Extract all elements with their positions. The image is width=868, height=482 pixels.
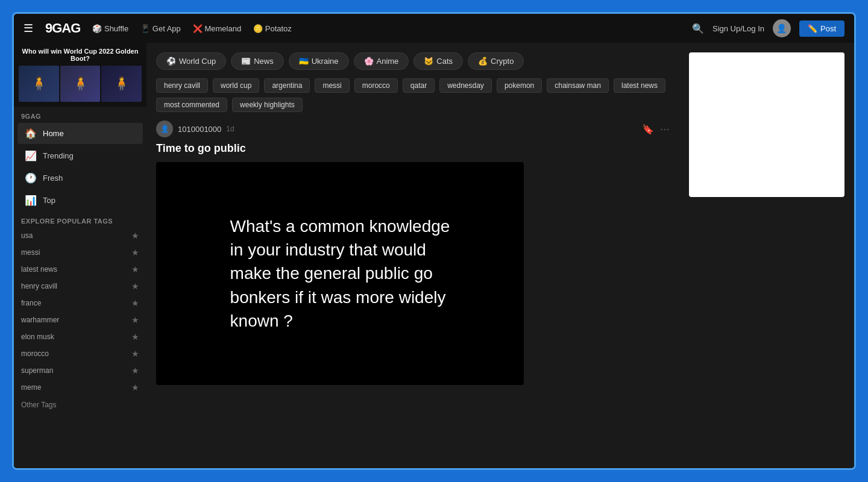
- advertisement: [689, 52, 844, 197]
- cat-tab-world-cup[interactable]: ⚽ World Cup: [156, 52, 226, 70]
- content-area: ⚽ World Cup 📰 News 🇺🇦 Ukraine 🌸 Anime 🐱: [146, 43, 679, 468]
- category-tabs: ⚽ World Cup 📰 News 🇺🇦 Ukraine 🌸 Anime 🐱: [156, 52, 670, 70]
- tag-pills: henry cavill world cup argentina messi m…: [156, 78, 670, 112]
- banner-image-3: 🧍: [101, 66, 142, 102]
- star-icon: ★: [131, 383, 139, 392]
- star-icon: ★: [131, 332, 139, 342]
- tag-pokemon[interactable]: pokemon: [497, 78, 542, 93]
- sidebar-item-trending-label: Trending: [43, 151, 74, 160]
- cats-icon: 🐱: [424, 57, 433, 66]
- post-time: 1d: [226, 125, 234, 133]
- cat-tab-ukraine[interactable]: 🇺🇦 Ukraine: [289, 52, 349, 70]
- sidebar-tag-latest-news[interactable]: latest news ★: [14, 261, 146, 278]
- post-actions: 🔖 ⋯: [642, 124, 670, 135]
- sidebar-tag-france[interactable]: france ★: [14, 295, 146, 311]
- tag-qatar[interactable]: qatar: [403, 78, 435, 93]
- sidebar-item-home[interactable]: 🏠 Home: [17, 123, 143, 144]
- banner-image-1: 🧍: [19, 66, 59, 102]
- tag-morocco[interactable]: morocco: [354, 78, 398, 93]
- post-image: What's a common knowledgein your industr…: [156, 162, 524, 385]
- avatar[interactable]: 👤: [773, 19, 791, 37]
- bookmark-icon[interactable]: 🔖: [642, 124, 654, 135]
- sidebar-tag-superman[interactable]: superman ★: [14, 362, 146, 379]
- sidebar: Who will win World Cup 2022 Golden Boot?…: [14, 43, 146, 468]
- crypto-icon: 💰: [478, 57, 488, 66]
- newspaper-icon: 📰: [241, 57, 251, 66]
- sidebar-brand-label: 9GAG: [14, 107, 146, 122]
- cat-tab-crypto[interactable]: 💰 Crypto: [468, 52, 524, 70]
- soccer-icon: ⚽: [166, 57, 176, 66]
- top-navigation: ☰ 9GAG 🎲 Shuffle 📱 Get App ❌ Memeland 🪙 …: [14, 14, 854, 43]
- sidebar-banner[interactable]: Who will win World Cup 2022 Golden Boot?…: [14, 43, 146, 107]
- post-title: Time to go public: [156, 142, 670, 155]
- star-icon: ★: [131, 264, 139, 274]
- tag-latest-news[interactable]: latest news: [614, 78, 665, 93]
- star-icon: ★: [131, 315, 139, 325]
- nav-get-app[interactable]: 📱 Get App: [140, 24, 181, 33]
- logo[interactable]: 9GAG: [45, 20, 80, 36]
- post: 👤 1010001000 1d 🔖 ⋯ Time to go public Wh…: [156, 120, 670, 385]
- tag-weekly-highlights[interactable]: weekly highlights: [232, 98, 303, 112]
- star-icon: ★: [131, 366, 139, 375]
- cat-tab-anime[interactable]: 🌸 Anime: [354, 52, 409, 70]
- cat-tab-cats[interactable]: 🐱 Cats: [414, 52, 463, 70]
- banner-title: Who will win World Cup 2022 Golden Boot?: [19, 48, 142, 62]
- tag-most-commented[interactable]: most commented: [156, 98, 227, 112]
- tag-world-cup[interactable]: world cup: [213, 78, 259, 93]
- nav-shuffle[interactable]: 🎲 Shuffle: [92, 24, 128, 33]
- pencil-icon: ✏️: [808, 24, 817, 33]
- sidebar-item-trending[interactable]: 📈 Trending: [17, 145, 143, 166]
- star-icon: ★: [131, 231, 139, 240]
- ukraine-flag-icon: 🇺🇦: [299, 57, 309, 66]
- trending-icon: 📈: [25, 150, 37, 161]
- tag-henry-cavill[interactable]: henry cavill: [156, 78, 208, 93]
- home-icon: 🏠: [25, 128, 37, 139]
- sidebar-item-fresh-label: Fresh: [43, 174, 63, 183]
- sidebar-tag-morocco[interactable]: morocco ★: [14, 345, 146, 362]
- star-icon: ★: [131, 281, 139, 291]
- fresh-icon: 🕐: [25, 172, 37, 184]
- search-icon[interactable]: 🔍: [692, 23, 704, 34]
- more-options-icon[interactable]: ⋯: [660, 124, 670, 135]
- tag-argentina[interactable]: argentina: [264, 78, 310, 93]
- popular-tags-label: Explore Popular Tags: [14, 211, 146, 227]
- sidebar-item-home-label: Home: [43, 129, 64, 138]
- nav-potatoz[interactable]: 🪙 Potatoz: [253, 24, 292, 33]
- post-button[interactable]: ✏️ Post: [799, 20, 844, 37]
- other-tags-link[interactable]: Other Tags: [14, 396, 146, 414]
- top-icon: 📊: [25, 195, 37, 206]
- sidebar-tag-elon-musk[interactable]: elon musk ★: [14, 328, 146, 345]
- sidebar-tag-warhammer[interactable]: warhammer ★: [14, 311, 146, 328]
- banner-images: 🧍 🧍 🧍: [19, 66, 142, 102]
- tag-messi[interactable]: messi: [315, 78, 349, 93]
- sidebar-item-top[interactable]: 📊 Top: [17, 190, 143, 211]
- cat-tab-news[interactable]: 📰 News: [231, 52, 284, 70]
- author-name[interactable]: 1010001000: [178, 125, 221, 134]
- sidebar-tag-messi[interactable]: messi ★: [14, 244, 146, 261]
- post-image-text: What's a common knowledgein your industr…: [230, 214, 450, 333]
- sidebar-item-top-label: Top: [43, 196, 55, 205]
- right-panel: [679, 43, 854, 468]
- tag-wednesday[interactable]: wednesday: [439, 78, 492, 93]
- tag-chainsaw-man[interactable]: chainsaw man: [547, 78, 609, 93]
- nav-memeland[interactable]: ❌ Memeland: [193, 24, 241, 33]
- banner-image-2: 🧍: [60, 66, 101, 102]
- sidebar-tag-henry-cavill[interactable]: henry cavill ★: [14, 278, 146, 295]
- sidebar-tag-usa[interactable]: usa ★: [14, 227, 146, 244]
- star-icon: ★: [131, 349, 139, 358]
- sidebar-item-fresh[interactable]: 🕐 Fresh: [17, 167, 143, 189]
- post-header: 👤 1010001000 1d 🔖 ⋯: [156, 120, 670, 137]
- sidebar-tag-meme[interactable]: meme ★: [14, 379, 146, 396]
- author-avatar: 👤: [156, 120, 173, 137]
- post-author: 👤 1010001000 1d: [156, 120, 234, 137]
- star-icon: ★: [131, 298, 139, 308]
- anime-icon: 🌸: [364, 57, 374, 66]
- menu-icon[interactable]: ☰: [24, 22, 33, 35]
- sign-in-link[interactable]: Sign Up/Log In: [712, 24, 764, 33]
- star-icon: ★: [131, 248, 139, 257]
